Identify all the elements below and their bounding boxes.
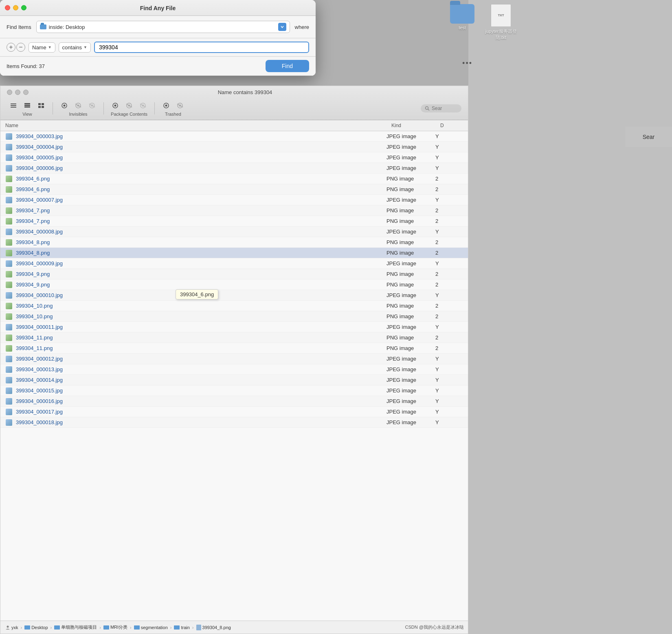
table-row[interactable]: 399304_000016.jpgJPEG imageY xyxy=(0,396,468,407)
close-button[interactable] xyxy=(5,5,10,11)
package-button-1[interactable] xyxy=(109,100,122,111)
attribute-selector[interactable]: Name ▼ xyxy=(29,42,55,53)
file-date-label: 2 xyxy=(435,176,468,182)
file-name-label: 399304_000003.jpg xyxy=(16,133,387,139)
file-row-icon xyxy=(5,313,13,320)
remove-criteria-button[interactable]: − xyxy=(16,43,25,52)
traffic-lights xyxy=(5,5,26,11)
table-row[interactable]: 399304_6.pngPNG image2 xyxy=(0,184,468,195)
file-name-label: 399304_11.png xyxy=(16,345,387,351)
file-row-icon xyxy=(5,196,13,204)
table-row[interactable]: 399304_000012.jpgJPEG imageY xyxy=(0,354,468,364)
file-row-icon xyxy=(5,366,13,373)
toolbar-left: View xyxy=(7,100,187,117)
table-row[interactable]: 399304_000013.jpgJPEG imageY xyxy=(0,364,468,375)
invisibles-button-3[interactable] xyxy=(86,100,99,111)
package-button-2[interactable] xyxy=(123,100,136,111)
trashed-button-1[interactable] xyxy=(160,100,173,111)
operator-selector[interactable]: contains ▼ xyxy=(59,42,91,53)
maximize-button[interactable] xyxy=(21,5,26,11)
more-button[interactable]: ••• xyxy=(462,59,472,68)
file-name-label: 399304_000008.jpg xyxy=(16,229,387,235)
file-name-label: 399304_7.png xyxy=(16,207,387,214)
file-row-icon xyxy=(5,345,13,352)
search-value-input[interactable] xyxy=(94,42,309,53)
user-icon xyxy=(5,625,10,630)
file-date-label: Y xyxy=(435,387,468,394)
table-row[interactable]: 399304_000018.jpgJPEG imageY xyxy=(0,417,468,428)
invisibles-button-2[interactable] xyxy=(72,100,85,111)
toolbar-search-icon xyxy=(425,106,430,111)
table-row[interactable]: 399304_9.pngPNG image2 xyxy=(0,269,468,280)
trashed-button-2[interactable] xyxy=(173,100,187,111)
desktop-item-test[interactable]: test xyxy=(448,0,477,30)
table-row[interactable]: 399304_000014.jpgJPEG imageY xyxy=(0,375,468,385)
column-header-name[interactable]: Name xyxy=(0,122,387,129)
breadcrumb-segmentation: segmentation xyxy=(134,625,168,630)
file-date-label: Y xyxy=(435,398,468,404)
results-close-button[interactable] xyxy=(7,90,12,95)
file-kind-label: PNG image xyxy=(387,239,435,245)
results-minimize-button[interactable] xyxy=(15,90,20,95)
toolbar-search-input[interactable] xyxy=(432,106,456,111)
table-row[interactable]: 399304_11.pngPNG image2 xyxy=(0,332,468,343)
detail-view-button[interactable] xyxy=(21,100,34,111)
minimize-button[interactable] xyxy=(13,5,18,11)
file-name-label: 399304_000005.jpg xyxy=(16,154,387,161)
add-criteria-button[interactable]: + xyxy=(7,43,15,52)
file-date-label: Y xyxy=(435,229,468,235)
table-row[interactable]: 399304_8.pngPNG image2 xyxy=(0,248,468,258)
file-row-icon xyxy=(5,408,13,416)
column-header-date[interactable]: D xyxy=(435,122,468,129)
jpg-icon xyxy=(6,144,12,150)
sear-label: Sear xyxy=(643,134,655,140)
criteria-row: + − Name ▼ contains ▼ xyxy=(0,38,316,57)
file-date-label: 2 xyxy=(435,271,468,277)
table-row[interactable]: 399304_000017.jpgJPEG imageY xyxy=(0,407,468,417)
location-selector[interactable]: inside: Desktop xyxy=(36,21,290,33)
table-row[interactable]: 399304_000005.jpgJPEG imageY xyxy=(0,152,468,163)
svg-point-27 xyxy=(165,105,167,107)
svg-rect-5 xyxy=(24,106,30,108)
table-row[interactable]: 399304_000010.jpgJPEG imageY xyxy=(0,290,468,301)
results-title: Name contains 399304 xyxy=(37,89,453,95)
invisibles-button-1[interactable] xyxy=(58,100,71,111)
svg-rect-6 xyxy=(38,103,41,105)
add-remove-buttons: + − xyxy=(7,43,25,52)
table-row[interactable]: 399304_000006.jpgJPEG imageY xyxy=(0,163,468,174)
table-row[interactable]: 399304_000007.jpgJPEG imageY xyxy=(0,195,468,205)
grid-view-button[interactable] xyxy=(35,100,48,111)
table-row[interactable]: 399304_10.pngPNG image2 xyxy=(0,311,468,322)
results-maximize-button[interactable] xyxy=(23,90,29,95)
table-row[interactable]: 399304_000009.jpgJPEG imageY xyxy=(0,258,468,269)
list-view-button[interactable] xyxy=(7,100,20,111)
find-button[interactable]: Find xyxy=(266,60,309,72)
table-row[interactable]: 399304_7.pngPNG image2 xyxy=(0,205,468,216)
table-row[interactable]: 399304_7.pngPNG image2 xyxy=(0,216,468,227)
toolbar-search-bar[interactable] xyxy=(421,104,461,112)
status-path: yxk › Desktop › 单细胞与核磁项目 › MRI分类 › segme… xyxy=(5,624,231,630)
table-row[interactable]: 399304_000003.jpgJPEG imageY xyxy=(0,131,468,142)
column-headers: Name Kind D xyxy=(0,120,468,131)
table-row[interactable]: 399304_000008.jpgJPEG imageY xyxy=(0,227,468,237)
column-header-kind[interactable]: Kind xyxy=(387,122,435,129)
svg-point-33 xyxy=(7,625,9,627)
table-row[interactable]: 399304_000011.jpgJPEG imageY xyxy=(0,322,468,332)
file-name-label: 399304_8.png xyxy=(16,250,387,256)
file-row-icon xyxy=(5,239,13,246)
jpg-icon xyxy=(6,409,12,415)
table-row[interactable]: 399304_000015.jpgJPEG imageY xyxy=(0,385,468,396)
table-row[interactable]: 399304_6.pngPNG image2 xyxy=(0,174,468,184)
table-row[interactable]: 399304_8.pngPNG image2 xyxy=(0,237,468,248)
package-button-3[interactable] xyxy=(136,100,149,111)
table-row[interactable]: 399304_9.pngPNG image2 xyxy=(0,280,468,290)
table-row[interactable]: 399304_11.pngPNG image2 xyxy=(0,343,468,354)
file-date-label: Y xyxy=(435,409,468,415)
file-date-label: Y xyxy=(435,419,468,425)
location-text: inside: Desktop xyxy=(49,24,85,30)
table-row[interactable]: 399304_10.pngPNG image2 xyxy=(0,301,468,311)
desktop-item-jupyter[interactable]: TXT jupyter服务器登陆.txt xyxy=(485,0,517,41)
location-dropdown-arrow[interactable] xyxy=(278,23,286,31)
toolbar-trashed-icons xyxy=(160,100,187,111)
table-row[interactable]: 399304_000004.jpgJPEG imageY xyxy=(0,142,468,152)
